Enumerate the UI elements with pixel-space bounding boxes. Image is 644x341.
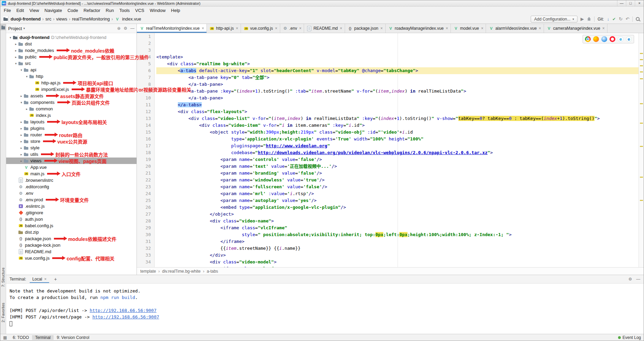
editor-tab[interactable]: package.json× bbox=[345, 24, 386, 33]
tree-item-.editorconfig[interactable]: .editorconfig bbox=[6, 183, 137, 190]
code-line-9[interactable]: <div class="flex-layouts"> bbox=[156, 108, 639, 115]
editor-gutter[interactable]: 1234567891011121314151617181920212223242… bbox=[137, 33, 155, 267]
tree-item-dist[interactable]: ▸dist bbox=[6, 41, 137, 47]
code-line-29[interactable]: {{item.streetName}} {{i.name}} bbox=[156, 245, 639, 252]
hide-panel-icon[interactable]: — bbox=[130, 26, 134, 31]
code-line-16[interactable]: <param name='controls' value='false'/> bbox=[156, 156, 639, 163]
breadcrumb-item[interactable]: duoji-frontend bbox=[3, 16, 41, 22]
status-bar-terminal[interactable]: Terminal bbox=[32, 335, 54, 340]
terminal-output[interactable]: Note that the development build is not o… bbox=[6, 284, 644, 334]
close-tab-icon[interactable]: × bbox=[481, 26, 483, 31]
code-line-12[interactable]: <object style="width:390px;height:219px"… bbox=[156, 129, 639, 136]
tree-item-index.js[interactable]: index.js bbox=[6, 112, 137, 119]
code-line-30[interactable]: </div> bbox=[156, 252, 639, 259]
code-line-8[interactable]: </a-tabs> bbox=[156, 101, 639, 108]
tree-item-README.md[interactable]: README.md bbox=[6, 248, 137, 255]
code-line-11[interactable]: <div class="video-item" v-for="i in item… bbox=[156, 122, 639, 129]
code-line-28[interactable]: </iframe> bbox=[156, 238, 639, 245]
opera-browser-icon[interactable] bbox=[610, 36, 615, 42]
tree-item-auth.json[interactable]: auth.json bbox=[6, 216, 137, 222]
hide-panel-icon[interactable]: — bbox=[636, 277, 640, 282]
safari-browser-icon[interactable] bbox=[601, 36, 607, 42]
code-line-22[interactable]: <param name='autoplay' value='yes'/> bbox=[156, 197, 639, 204]
tree-toggle-icon[interactable]: ▸ bbox=[19, 159, 24, 163]
editor-breadcrumb-item[interactable]: a-tabs bbox=[207, 269, 218, 274]
gear-icon[interactable]: ⚙ bbox=[124, 26, 127, 31]
tree-item-importExcel.js[interactable]: importExcel.js暴露环境变量地址给图片or视频资源路径变量相关 bbox=[6, 86, 137, 93]
tree-item-dist.zip[interactable]: dist.zip bbox=[6, 229, 137, 235]
breadcrumb-item[interactable]: views bbox=[56, 16, 67, 22]
tree-item-style[interactable]: ▸style bbox=[6, 145, 137, 151]
breadcrumb-item[interactable]: src bbox=[45, 16, 51, 22]
close-tab-icon[interactable]: × bbox=[275, 26, 277, 31]
tree-item-package-lock.json[interactable]: package-lock.json bbox=[6, 242, 137, 248]
code-line-1[interactable]: <template> bbox=[156, 54, 639, 60]
tree-toggle-icon[interactable]: ▾ bbox=[14, 62, 18, 65]
close-tab-icon[interactable]: × bbox=[539, 26, 541, 31]
code-line-15[interactable]: codebase="http://downloads.videolan.org/… bbox=[156, 149, 639, 156]
tree-item-http[interactable]: ▾http bbox=[6, 73, 137, 80]
add-configuration-button[interactable]: Add Configuration... ▾ bbox=[531, 16, 577, 23]
new-terminal-session-button[interactable]: + bbox=[53, 276, 58, 282]
code-line-27[interactable]: style=" position:absolute;visibility:inh… bbox=[156, 231, 639, 238]
editor-tab[interactable]: roadwayManage\index.vue× bbox=[386, 24, 451, 33]
tree-item-store[interactable]: ▸storevuex公共资源 bbox=[6, 138, 137, 145]
debug-icon[interactable] bbox=[587, 17, 591, 21]
ie-browser-icon[interactable] bbox=[618, 36, 624, 42]
close-icon[interactable]: × bbox=[44, 277, 46, 282]
tree-item-plugins[interactable]: ▸plugins bbox=[6, 125, 137, 132]
editor-tab[interactable]: .env× bbox=[280, 24, 304, 33]
code-line-17[interactable]: <param name='text' value='正在加载视频中...'/> bbox=[156, 163, 639, 170]
code-line-10[interactable]: <div class="video-list" v-for="(item,ind… bbox=[156, 115, 639, 122]
code-line-5[interactable]: </a-tab-pane> bbox=[156, 81, 639, 88]
code-line-26[interactable]: <iframe class="vlcIframe" bbox=[156, 224, 639, 231]
tree-toggle-icon[interactable]: ▸ bbox=[19, 153, 24, 156]
terminal-link[interactable]: http://192.168.66.56:9007 bbox=[92, 314, 159, 319]
menu-vcs[interactable]: VCS bbox=[132, 7, 147, 14]
code-line-19[interactable]: <param name='windowless' value='true'/> bbox=[156, 177, 639, 183]
code-line-31[interactable]: <div class="video-model"> bbox=[156, 259, 639, 265]
tree-item-src[interactable]: ▾src bbox=[6, 60, 137, 67]
menu-refactor[interactable]: Refactor bbox=[81, 7, 103, 14]
code-line-32[interactable]: <iframe class="vlcIframe" bbox=[156, 265, 639, 267]
gear-icon[interactable]: ⚙ bbox=[628, 277, 632, 282]
status-bar-versioncontrol[interactable]: 9: Version Control bbox=[54, 335, 92, 340]
menu-view[interactable]: View bbox=[27, 7, 42, 14]
toolwindow-switcher-icon[interactable]: ▦ bbox=[3, 335, 7, 340]
tree-item-components[interactable]: ▾components页面公共组件文件 bbox=[6, 99, 137, 106]
tree-item-.env.prod[interactable]: .env.prod环境变量文件 bbox=[6, 196, 137, 203]
tree-item-api[interactable]: ▾api bbox=[6, 67, 137, 73]
menu-edit[interactable]: Edit bbox=[14, 7, 27, 14]
status-bar-todo[interactable]: 6: TODO bbox=[10, 335, 32, 340]
tree-item-.gitignore[interactable]: .gitignore bbox=[6, 209, 137, 216]
event-log-button[interactable]: Event Log bbox=[618, 335, 641, 340]
tree-toggle-icon[interactable]: ▾ bbox=[8, 36, 13, 39]
code-line-25[interactable]: <div class="video-name"> bbox=[156, 218, 639, 224]
menu-file[interactable]: File bbox=[1, 7, 14, 14]
tree-toggle-icon[interactable]: ▸ bbox=[19, 146, 24, 150]
search-everywhere-icon[interactable] bbox=[636, 17, 640, 21]
tree-item-.env[interactable]: .env bbox=[6, 190, 137, 196]
tree-item-assets[interactable]: ▸assetsassets静态资源文件 bbox=[6, 93, 137, 99]
chrome-browser-icon[interactable] bbox=[585, 36, 591, 42]
run-icon[interactable]: ▶ bbox=[581, 17, 584, 21]
editor-breadcrumb-item[interactable]: div.realTime.bg-white bbox=[162, 269, 201, 274]
tree-item-router[interactable]: ▸routerrouter路由 bbox=[6, 132, 137, 138]
code-line-3[interactable]: <a-tabs default-active-key="1" slot="hea… bbox=[156, 67, 639, 74]
code-line-7[interactable]: </a-tab-pane> bbox=[156, 95, 639, 101]
editor-tab[interactable]: realTimeMonitoring\index.vue× bbox=[137, 24, 207, 33]
tree-toggle-icon[interactable]: ▾ bbox=[19, 101, 24, 104]
code-line-6[interactable]: <a-tab-pane :key="(index+1).toString()" … bbox=[156, 88, 639, 95]
tree-toggle-icon[interactable]: ▸ bbox=[14, 55, 18, 59]
tree-toggle-icon[interactable]: ▸ bbox=[19, 120, 24, 124]
code-line-23[interactable]: <embed type="application/x-google-vlc-pl… bbox=[156, 204, 639, 211]
tree-item-node_modules[interactable]: ▸node_modulesnode_modules依赖 bbox=[6, 47, 137, 54]
tree-toggle-icon[interactable]: ▸ bbox=[14, 49, 18, 52]
tree-toggle-icon[interactable]: ▸ bbox=[19, 133, 24, 137]
menu-tools[interactable]: Tools bbox=[117, 7, 132, 14]
terminal-link[interactable]: http://192.168.66.56:9007 bbox=[90, 308, 157, 313]
editor-tab[interactable]: vue.config.js× bbox=[241, 24, 280, 33]
editor-tab[interactable]: http-api.js× bbox=[207, 24, 241, 33]
editor-tab[interactable]: README.md× bbox=[304, 24, 345, 33]
menu-code[interactable]: Code bbox=[65, 7, 81, 14]
